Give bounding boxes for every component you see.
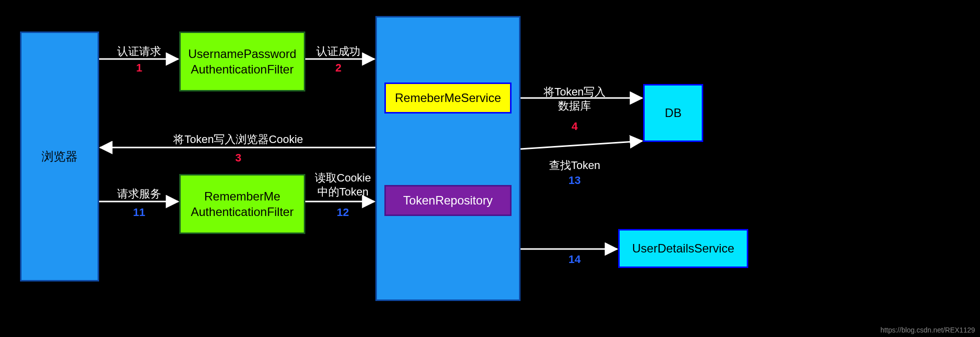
node-db-label: DB (661, 103, 685, 122)
node-username-password-filter: UsernamePassword AuthenticationFilter (179, 32, 305, 92)
arrow-13 (521, 141, 642, 149)
label-e13: 查找Token (549, 158, 601, 173)
label-e11: 请求服务 (117, 186, 161, 202)
step-e4: 4 (572, 120, 578, 133)
node-token-repo-label: TokenRepository (399, 190, 497, 210)
label-e12: 读取Cookie 中的Token (303, 171, 383, 198)
node-remember-me-filter: RememberMe AuthenticationFilter (179, 174, 305, 234)
step-e12: 12 (337, 206, 349, 219)
node-db: DB (643, 84, 703, 142)
label-e3: 将Token写入浏览器Cookie (173, 132, 303, 147)
step-e13: 13 (569, 174, 581, 187)
step-e2: 2 (335, 62, 341, 74)
node-rm-service-label: RemeberMeService (391, 88, 505, 108)
label-e1: 认证请求 (117, 44, 161, 59)
diagram-canvas: 浏览器 UsernamePassword AuthenticationFilte… (0, 0, 980, 337)
node-browser: 浏览器 (20, 32, 99, 282)
node-uds-label: UserDetailsService (628, 238, 738, 258)
node-user-details-service: UserDetailsService (618, 229, 748, 268)
node-up-filter-label: UsernamePassword AuthenticationFilter (184, 44, 300, 79)
node-main-container (375, 16, 521, 301)
node-rm-filter-label: RememberMe AuthenticationFilter (187, 186, 297, 222)
step-e14: 14 (569, 253, 581, 266)
node-main-label (444, 156, 452, 160)
watermark: https://blog.csdn.net/REX1129 (880, 326, 975, 334)
step-e11: 11 (133, 206, 145, 219)
node-token-repository: TokenRepository (384, 185, 512, 216)
label-e2: 认证成功 (316, 44, 360, 59)
node-remember-me-service: RemeberMeService (384, 82, 512, 114)
node-browser-label: 浏览器 (38, 146, 82, 166)
step-e1: 1 (136, 62, 142, 74)
step-e3: 3 (235, 152, 241, 164)
label-e4: 将Token写入 数据库 (525, 85, 625, 112)
